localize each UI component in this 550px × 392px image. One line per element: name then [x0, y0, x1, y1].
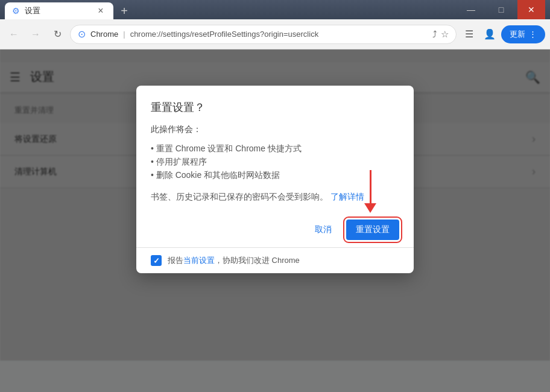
maximize-button[interactable]: □: [487, 0, 515, 19]
tab-settings-icon: ⚙: [12, 6, 20, 16]
reader-mode-button[interactable]: ☰: [460, 25, 478, 43]
report-checkbox[interactable]: [151, 255, 162, 266]
bookmark-icon[interactable]: ☆: [441, 29, 449, 40]
title-bar: ⚙ 设置 × + — □ ✕: [0, 0, 550, 19]
url-separator: |: [123, 30, 125, 39]
cancel-button[interactable]: 取消: [305, 220, 341, 240]
forward-button[interactable]: →: [27, 25, 45, 43]
tab-area: ⚙ 设置 × +: [5, 0, 133, 19]
window-controls: — □ ✕: [457, 0, 545, 19]
dialog-list: 重置 Chrome 设置和 Chrome 快捷方式 停用扩展程序 删除 Cook…: [151, 142, 399, 182]
arrow-line: [370, 170, 371, 203]
active-tab[interactable]: ⚙ 设置 ×: [5, 2, 113, 19]
url-bar[interactable]: ⊙ Chrome | chrome://settings/resetProfil…: [70, 25, 457, 44]
url-path: chrome://settings/resetProfileSettings?o…: [130, 30, 319, 39]
footer-text-before: 报告: [168, 256, 183, 265]
reset-dialog: 重置设置？ 此操作将会： 重置 Chrome 设置和 Chrome 快捷方式 停…: [136, 86, 414, 273]
chrome-content: ☰ 设置 🔍 重置并清理 将设置还原 › 清理计算机 › 重置设置？ 此操作将会…: [0, 49, 550, 392]
close-button[interactable]: ✕: [517, 0, 545, 19]
modal-overlay: 重置设置？ 此操作将会： 重置 Chrome 设置和 Chrome 快捷方式 停…: [0, 49, 550, 392]
action-area: 取消 重置设置: [136, 212, 414, 247]
footer-text: 报告当前设置，协助我们改进 Chrome: [168, 255, 300, 266]
dialog-title: 重置设置？: [151, 100, 399, 115]
url-icons: ⤴ ☆: [432, 29, 449, 40]
footer-text-after: ，协助我们改进 Chrome: [215, 256, 300, 265]
learn-more-link[interactable]: 了解详情: [330, 192, 364, 201]
menu-icon: ⋮: [529, 30, 537, 39]
url-site: Chrome: [90, 30, 118, 39]
tab-close-button[interactable]: ×: [95, 5, 106, 16]
dialog-info-text: 书签、历史记录和已保存的密码不会受到影响。: [151, 192, 328, 201]
chrome-logo-icon: ⊙: [78, 28, 86, 40]
update-label: 更新: [510, 29, 525, 40]
dialog-info: 书签、历史记录和已保存的密码不会受到影响。 了解详情: [151, 192, 399, 203]
address-bar: ← → ↻ ⊙ Chrome | chrome://settings/reset…: [0, 19, 550, 49]
dialog-subtitle: 此操作将会：: [151, 124, 399, 135]
reload-button[interactable]: ↻: [48, 25, 66, 43]
dialog-actions: 取消 重置设置: [136, 212, 414, 247]
tab-strip: ⚙ 设置 × +: [5, 0, 133, 19]
reset-button[interactable]: 重置设置: [346, 220, 399, 240]
list-item-2: 停用扩展程序: [151, 156, 399, 169]
update-button[interactable]: 更新 ⋮: [501, 25, 545, 43]
share-icon[interactable]: ⤴: [432, 29, 437, 40]
red-arrow: [364, 170, 376, 213]
list-item-3: 删除 Cookie 和其他临时网站数据: [151, 169, 399, 182]
new-tab-button[interactable]: +: [116, 2, 133, 19]
back-button[interactable]: ←: [5, 25, 23, 43]
minimize-button[interactable]: —: [457, 0, 485, 19]
current-settings-link[interactable]: 当前设置: [183, 256, 215, 265]
list-item-1: 重置 Chrome 设置和 Chrome 快捷方式: [151, 142, 399, 156]
profile-button[interactable]: 👤: [481, 25, 499, 43]
toolbar-icons: ☰ 👤 更新 ⋮: [460, 25, 545, 43]
tab-title: 设置: [25, 5, 90, 16]
dialog-footer: 报告当前设置，协助我们改进 Chrome: [136, 247, 414, 273]
arrow-head: [364, 203, 376, 213]
